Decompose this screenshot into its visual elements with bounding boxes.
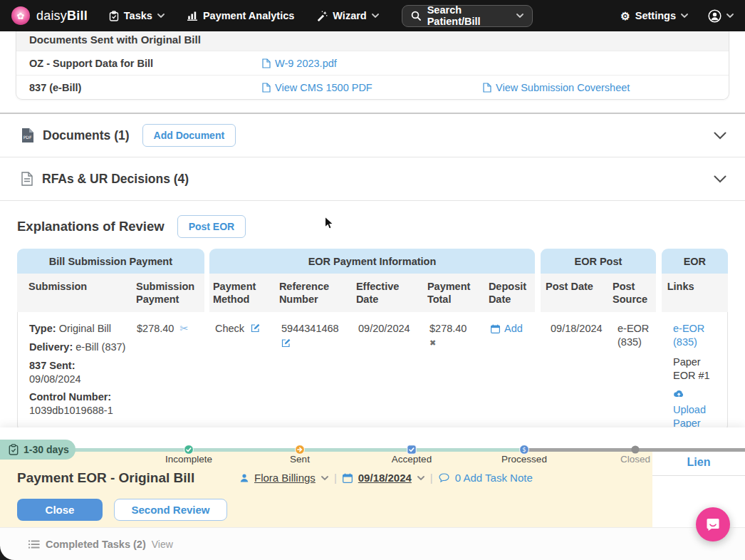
nav-settings[interactable]: ⚙ Settings — [620, 10, 688, 21]
nav-account[interactable] — [708, 9, 734, 23]
chevron-down-icon[interactable] — [714, 175, 726, 183]
table-row: OZ - Support Data for Bill W-9 2023.pdf — [16, 51, 729, 75]
person-icon — [240, 474, 249, 482]
edit-icon[interactable] — [281, 338, 291, 348]
step-label: Closed — [620, 454, 650, 465]
column-header: Post Date — [546, 280, 613, 312]
sent-documents-title: Documents Sent with Original Bill — [16, 31, 729, 51]
view-completed-tasks-link[interactable]: View — [152, 539, 173, 550]
add-document-button[interactable]: Add Document — [142, 124, 236, 147]
pdf-file-icon — [262, 58, 271, 68]
group-header: EOR Post — [541, 249, 656, 274]
search-patient-bill[interactable]: Search Patient/Bill — [402, 5, 533, 27]
divider: | — [334, 472, 337, 484]
e-eor-link[interactable]: e-EOR (835) — [673, 323, 704, 348]
second-review-button[interactable]: Second Review — [114, 499, 227, 521]
pdf-document-icon: PDF — [21, 128, 33, 142]
document-icon — [21, 172, 33, 186]
row-label: 837 (e-Bill) — [29, 82, 262, 93]
edit-icon[interactable] — [251, 323, 260, 333]
nav-tasks[interactable]: Tasks — [109, 10, 165, 21]
step-incomplete-icon — [184, 445, 194, 455]
cloud-upload-icon[interactable] — [673, 388, 720, 402]
search-label: Search Patient/Bill — [427, 4, 510, 27]
chevron-down-icon[interactable] — [321, 476, 328, 480]
nav-payment-analytics-label: Payment Analytics — [203, 10, 294, 21]
nav-tasks-label: Tasks — [124, 10, 152, 21]
chat-widget-button[interactable] — [696, 507, 730, 541]
completed-tasks-bar: Completed Tasks (2) View — [0, 527, 745, 560]
eor-table-group-headers: Bill Submission Payment EOR Payment Info… — [17, 249, 728, 274]
bill-age-badge: 1-30 days — [0, 440, 75, 460]
add-deposit-date-link[interactable]: Add — [491, 322, 523, 336]
brand-name: daisyBill — [36, 9, 88, 24]
column-header: Reference Number — [279, 280, 356, 312]
completed-tasks-label: Completed Tasks (2) — [46, 539, 146, 550]
eor-title: Explanations of Review — [17, 219, 165, 234]
rfa-section-header: RFAs & UR Decisions (4) — [0, 157, 745, 201]
close-button[interactable]: Close — [17, 499, 103, 521]
clipboard-check-icon — [9, 444, 19, 455]
post-eor-button[interactable]: Post EOR — [177, 215, 246, 238]
nav-settings-label: Settings — [635, 10, 676, 21]
eor-table: Bill Submission Payment EOR Payment Info… — [17, 249, 728, 432]
group-header: EOR — [662, 249, 728, 274]
clipboard-icon — [109, 11, 119, 21]
column-header: Post Source — [613, 280, 656, 312]
column-header: Effective Date — [356, 280, 427, 312]
view-submission-coversheet-link[interactable]: View Submission Coversheet — [483, 82, 716, 93]
step-label: Incomplete — [165, 454, 212, 465]
chevron-down-icon[interactable] — [714, 132, 726, 140]
remove-icon[interactable]: ✖ — [429, 338, 484, 348]
add-task-note-link[interactable]: 0 Add Task Note — [455, 472, 533, 484]
eor-header: Explanations of Review Post EOR — [0, 201, 745, 249]
w9-pdf-link[interactable]: W-9 2023.pdf — [262, 58, 483, 69]
list-icon — [28, 540, 40, 549]
step-accepted-icon — [407, 445, 417, 455]
daisy-flower-icon: ✿ — [11, 6, 30, 25]
chevron-down-icon — [516, 14, 523, 18]
group-header: EOR Payment Information — [209, 249, 535, 274]
calendar-icon — [343, 473, 353, 483]
gear-icon: ⚙ — [620, 11, 630, 21]
wand-icon — [317, 11, 328, 21]
pdf-file-icon — [262, 83, 271, 93]
scissors-icon[interactable]: ✂ — [179, 323, 188, 334]
step-label: Sent — [290, 454, 310, 465]
column-header: Submission — [28, 280, 136, 312]
step-label: Accepted — [392, 454, 432, 465]
calendar-icon — [491, 324, 500, 333]
assignee-dropdown[interactable]: Flora Billings — [254, 472, 316, 484]
speech-bubble-icon — [439, 473, 449, 482]
column-header: Deposit Date — [489, 280, 535, 312]
nav-wizard-label: Wizard — [333, 10, 366, 21]
chevron-down-icon — [157, 14, 165, 18]
table-row: 837 (e-Bill) View CMS 1500 PDF View Subm… — [16, 75, 729, 99]
chevron-down-icon — [681, 14, 688, 18]
chevron-down-icon[interactable] — [417, 476, 424, 480]
eor-table-row: Type: Original Bill Delivery: e-Bill (83… — [17, 312, 728, 432]
chevron-down-icon — [372, 14, 379, 18]
divider: | — [430, 472, 433, 484]
svg-text:PDF: PDF — [24, 135, 32, 140]
brand-logo[interactable]: ✿ daisyBill — [11, 6, 88, 25]
group-header: Bill Submission Payment — [17, 249, 204, 274]
pdf-file-icon — [483, 83, 491, 93]
column-header: Submission Payment — [136, 280, 204, 312]
sent-documents-card: Documents Sent with Original Bill OZ - S… — [16, 31, 729, 100]
step-processed-icon: $ — [519, 445, 529, 455]
nav-wizard[interactable]: Wizard — [317, 10, 378, 21]
column-header: Payment Method — [213, 280, 279, 312]
page: ✿ daisyBill Tasks Payment Analytics Wiza… — [0, 0, 745, 560]
step-sent-icon — [295, 445, 305, 455]
tab-lien[interactable]: Lien — [652, 449, 745, 476]
step-closed-icon — [631, 445, 640, 455]
person-circle-icon — [708, 9, 721, 23]
search-icon — [411, 11, 421, 21]
view-cms-1500-link[interactable]: View CMS 1500 PDF — [262, 82, 483, 93]
nav-payment-analytics[interactable]: Payment Analytics — [187, 10, 294, 21]
task-meta: Flora Billings | 09/18/2024 | 0 Add Task… — [240, 472, 533, 484]
step-label: Processed — [501, 454, 547, 465]
eor-table-column-headers: Submission Submission Payment Payment Me… — [17, 274, 728, 312]
due-date-dropdown[interactable]: 09/18/2024 — [358, 472, 412, 484]
